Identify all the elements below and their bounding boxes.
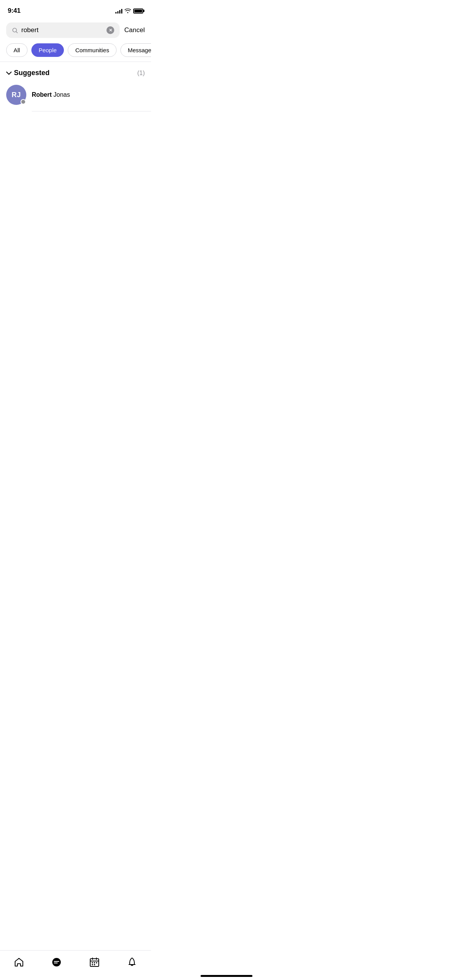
status-bar: 9:41 [0, 0, 151, 19]
chevron-down-icon [6, 72, 12, 75]
filter-communities[interactable]: Communities [68, 43, 117, 57]
status-time: 9:41 [8, 7, 21, 15]
signal-icon [115, 9, 122, 14]
filter-messages[interactable]: Messages [120, 43, 151, 57]
search-icon [12, 27, 18, 34]
person-name: Robert Jonas [32, 91, 70, 98]
avatar-initials: RJ [12, 91, 21, 99]
status-icons [115, 9, 143, 14]
row-separator [32, 111, 151, 111]
person-row[interactable]: RJ Robert Jonas [0, 82, 151, 111]
filter-all[interactable]: All [6, 43, 27, 57]
search-input-wrapper[interactable]: robert ✕ [6, 22, 120, 38]
suggested-header: Suggested (1) [0, 62, 151, 82]
search-bar: robert ✕ Cancel [0, 19, 151, 41]
cancel-button[interactable]: Cancel [124, 26, 145, 34]
battery-icon [133, 9, 143, 14]
wifi-icon [125, 9, 131, 13]
person-last-name: Jonas [52, 91, 70, 98]
person-first-name: Robert [32, 91, 52, 98]
online-indicator [21, 99, 26, 105]
filter-pills: All People Communities Messages [0, 41, 151, 62]
search-input[interactable]: robert [21, 26, 103, 34]
suggested-title: Suggested [14, 69, 50, 77]
suggested-count: (1) [137, 70, 145, 77]
clear-button[interactable]: ✕ [106, 26, 114, 34]
filter-people[interactable]: People [31, 43, 64, 57]
avatar: RJ [6, 85, 26, 105]
